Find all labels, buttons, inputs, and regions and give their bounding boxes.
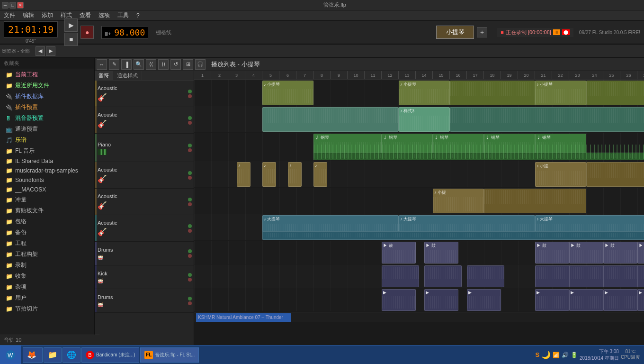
- tool-headphones[interactable]: 🎧: [195, 59, 206, 70]
- clip-track-7[interactable]: [603, 265, 641, 287]
- track-green-led-4[interactable]: [188, 198, 192, 201]
- track-green-led-3[interactable]: [188, 171, 192, 175]
- clip-track-3[interactable]: [586, 162, 644, 187]
- clip-track-8[interactable]: ▶: [467, 289, 501, 311]
- clip-track-3[interactable]: ♪: [288, 162, 302, 187]
- clip-track-7[interactable]: [467, 265, 504, 287]
- track-red-led-1[interactable]: [188, 121, 192, 125]
- track-red-led-2[interactable]: [188, 148, 192, 152]
- tool-bar[interactable]: ▐: [121, 59, 132, 70]
- clip-track-4[interactable]: ♪ 小提: [433, 189, 484, 213]
- track-lane-4[interactable]: ♪ 小提: [194, 188, 644, 214]
- track-lane-3[interactable]: ♪♪♪♪♪ 小提: [194, 161, 644, 188]
- track-header-2[interactable]: Piano ▐▐: [95, 134, 194, 162]
- play-button[interactable]: ▶: [64, 18, 78, 32]
- clip-track-3[interactable]: ♪: [237, 162, 250, 187]
- clip-track-6[interactable]: ▶ 鼓: [569, 242, 603, 264]
- sidebar-item-8[interactable]: 📁IL Shared Data: [0, 156, 94, 166]
- sidebar-item-20[interactable]: 📁杂项: [0, 282, 94, 292]
- clip-track-0[interactable]: [586, 81, 644, 105]
- sidebar-item-2[interactable]: 🔌插件数据库: [0, 91, 94, 102]
- clip-track-7[interactable]: [535, 265, 572, 287]
- tool-zoom[interactable]: 🔍: [134, 59, 144, 70]
- track-header-6[interactable]: Drums 🥁: [95, 242, 194, 265]
- clip-track-0[interactable]: ♪ 小提琴: [535, 81, 586, 105]
- track-lane-2[interactable]: ♩ 钢琴♩ 钢琴♩ 钢琴♩ 钢琴♩ 钢琴: [194, 133, 644, 161]
- menu-file[interactable]: 文件: [2, 10, 17, 20]
- clip-track-3[interactable]: ♪ 小提: [535, 162, 586, 187]
- sidebar-item-21[interactable]: 📁用户: [0, 292, 94, 303]
- clip-track-7[interactable]: [424, 265, 462, 287]
- menu-options[interactable]: 选项: [97, 10, 112, 20]
- clip-track-7[interactable]: [637, 265, 644, 287]
- stop-button[interactable]: ■: [64, 33, 78, 46]
- sidebar-item-17[interactable]: 📁工程构架: [0, 249, 94, 260]
- tool-zoom-fit[interactable]: ⊞: [183, 59, 193, 70]
- track-red-led-4[interactable]: [188, 202, 192, 206]
- track-red-led-6[interactable]: [188, 254, 192, 258]
- taskbar-browser-app[interactable]: 🦊: [23, 347, 43, 363]
- taskbar-files-app[interactable]: 📁: [44, 347, 62, 363]
- maximize-button[interactable]: □: [9, 2, 16, 9]
- sidebar-item-4[interactable]: 🎚混音器预置: [0, 113, 94, 124]
- clip-track-5[interactable]: [262, 231, 644, 240]
- sidebar-item-18[interactable]: 📁录制: [0, 260, 94, 271]
- clip-track-1[interactable]: ♪ 样式3: [399, 107, 450, 132]
- track-green-led-1[interactable]: [188, 116, 192, 120]
- timeline-scroll[interactable]: 1234567891011121314151617181920212223242…: [194, 71, 644, 345]
- tab-channel-style[interactable]: 通道样式: [113, 71, 142, 80]
- menu-help[interactable]: ?: [134, 11, 142, 20]
- clip-track-0[interactable]: [450, 81, 535, 105]
- sidebar-item-6[interactable]: 🎵乐谱: [0, 135, 94, 146]
- clip-track-8[interactable]: ▶: [424, 289, 458, 311]
- tool-loop[interactable]: ↺: [170, 59, 181, 70]
- browser-forward[interactable]: ▶: [46, 46, 55, 56]
- tool-next[interactable]: ⟩⟩: [158, 59, 169, 70]
- instrument-add[interactable]: +: [477, 27, 487, 37]
- instrument-selector[interactable]: 小提琴: [436, 26, 474, 39]
- track-lane-5[interactable]: ♪ 大提琴♪ 大提琴♪ 大提琴: [194, 214, 644, 241]
- taskbar-fl-app[interactable]: FL 音弦乐.flp - FL St...: [140, 347, 199, 363]
- track-red-led-8[interactable]: [188, 301, 192, 305]
- track-header-7[interactable]: Kick 🥁: [95, 265, 194, 289]
- clip-track-1[interactable]: [262, 107, 399, 132]
- track-red-led-3[interactable]: [188, 176, 192, 180]
- sidebar-item-13[interactable]: 📁剪贴板文件: [0, 205, 94, 216]
- sidebar-item-16[interactable]: 📁工程: [0, 238, 94, 249]
- track-header-5[interactable]: Acoustic 🎸: [95, 215, 194, 242]
- clip-track-6[interactable]: ▶ 鼓: [424, 242, 458, 264]
- track-lane-1[interactable]: ♪ 样式3: [194, 106, 644, 133]
- menu-add[interactable]: 添加: [40, 10, 55, 20]
- track-green-led-0[interactable]: [188, 90, 192, 93]
- tool-draw[interactable]: ✎: [109, 59, 119, 70]
- record-button[interactable]: ●: [80, 26, 94, 39]
- close-button[interactable]: ✕: [17, 2, 24, 9]
- track-lane-0[interactable]: ♪ 小提琴♪ 小提琴♪ 小提琴♪ 结束音: [194, 80, 644, 106]
- sidebar-item-10[interactable]: 📁Soundfonts: [0, 175, 94, 185]
- track-header-1[interactable]: Acoustic 🎸: [95, 107, 194, 134]
- clip-track-7[interactable]: [382, 265, 419, 287]
- sidebar-item-1[interactable]: 📁最近所用文件: [0, 80, 94, 91]
- tool-select[interactable]: ↔: [97, 59, 107, 70]
- track-green-led-5[interactable]: [188, 224, 192, 228]
- minimize-button[interactable]: ─: [2, 2, 9, 9]
- sidebar-item-7[interactable]: 📁FL 音乐: [0, 146, 94, 156]
- clip-track-0[interactable]: ♪ 小提琴: [262, 81, 313, 105]
- track-red-led-0[interactable]: [188, 94, 192, 98]
- track-lane-7[interactable]: [194, 264, 644, 288]
- track-lane-6[interactable]: ▶ 鼓▶ 鼓▶ 鼓▶ 鼓▶ 鼓▶ 鼓▶ 鼓: [194, 241, 644, 264]
- menu-edit[interactable]: 编辑: [21, 10, 36, 20]
- menu-tools[interactable]: 工具: [116, 10, 131, 20]
- clip-track-4[interactable]: [484, 189, 586, 213]
- clip-track-6[interactable]: ▶ 鼓: [637, 242, 644, 264]
- track-lane-8[interactable]: ▶▶▶▶▶▶▶▶: [194, 288, 644, 312]
- tool-prev[interactable]: ⟨⟨: [146, 59, 156, 70]
- sidebar-item-12[interactable]: 📁冲量: [0, 194, 94, 205]
- clip-track-3[interactable]: ♪: [262, 162, 276, 187]
- track-green-led-2[interactable]: [188, 144, 192, 147]
- taskbar-bandicam-app[interactable]: B Bandicam (未注...): [81, 347, 139, 363]
- clip-track-8[interactable]: ▶: [637, 289, 644, 311]
- taskbar-chrome-app[interactable]: 🌐: [63, 347, 80, 363]
- clip-track-0[interactable]: ♪ 小提琴: [399, 81, 450, 105]
- clip-track-3[interactable]: ♪: [313, 162, 327, 187]
